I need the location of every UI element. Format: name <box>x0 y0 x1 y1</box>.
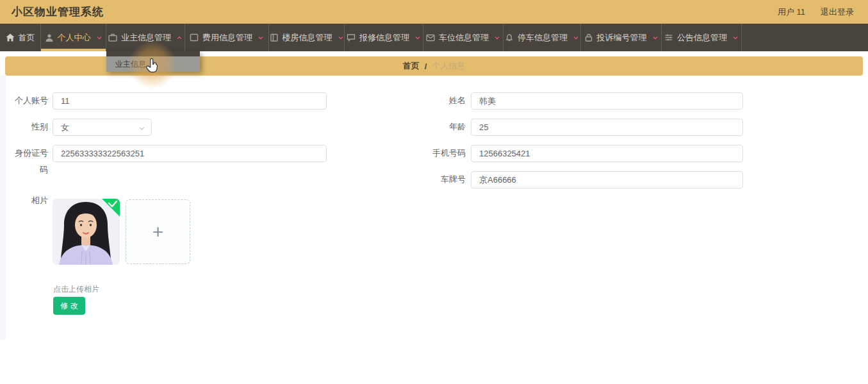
name-input[interactable] <box>471 92 743 110</box>
phone-input[interactable] <box>471 145 743 162</box>
user-menu[interactable]: 用户 11 <box>778 6 805 18</box>
nav-item-repair-info[interactable]: 报修信息管理 <box>345 24 423 51</box>
id-number-input[interactable] <box>53 145 327 162</box>
nav-label: 首页 <box>19 32 35 44</box>
chevron-down-icon <box>138 124 145 134</box>
user-icon <box>45 33 54 42</box>
chevron-down-icon <box>573 35 579 41</box>
card-icon <box>190 33 199 42</box>
gender-select[interactable]: 女 <box>53 119 152 136</box>
chat-icon <box>347 33 356 42</box>
book-icon <box>270 33 279 42</box>
breadcrumb-separator: / <box>425 62 427 71</box>
profile-photo[interactable] <box>53 199 120 265</box>
gender-selected-value: 女 <box>61 122 69 133</box>
sliders-icon <box>664 33 673 42</box>
nav-item-notice-info[interactable]: 公告信息管理 <box>662 24 742 51</box>
account-label: 个人账号 <box>13 92 48 109</box>
app-header: 小区物业管理系统 用户 11 退出登录 <box>0 0 868 24</box>
nav-item-personal-center[interactable]: 个人中心 <box>41 24 106 51</box>
age-label: 年龄 <box>430 119 466 135</box>
chevron-down-icon <box>652 35 659 41</box>
chevron-down-icon <box>494 35 500 41</box>
main-nav: 首页 个人中心 业主信息管理 费用信息管理 <box>0 24 868 51</box>
nav-item-home[interactable]: 首页 <box>0 24 41 51</box>
phone-label: 手机号码 <box>426 145 466 162</box>
bell-icon <box>505 33 514 42</box>
nav-item-complaint-info[interactable]: 投诉编号管理 <box>581 24 662 51</box>
nav-label: 停车信息管理 <box>518 32 568 44</box>
age-input[interactable] <box>471 119 743 136</box>
nav-item-fee-info[interactable]: 费用信息管理 <box>185 24 269 51</box>
mail-icon <box>426 34 435 42</box>
chevron-down-icon <box>96 35 102 41</box>
name-label: 姓名 <box>430 92 466 109</box>
nav-label: 楼房信息管理 <box>283 32 332 44</box>
photo-label: 相片 <box>13 196 48 206</box>
home-icon <box>6 33 15 42</box>
id-number-label: 身份证号 码 <box>13 145 48 178</box>
header-user-area: 用户 11 退出登录 <box>778 0 854 24</box>
nav-item-parking-info[interactable]: 停车信息管理 <box>504 24 581 51</box>
nav-label: 公告信息管理 <box>677 32 727 44</box>
app-root: 小区物业管理系统 用户 11 退出登录 首页 个人中心 业主 <box>0 0 868 384</box>
nav-label: 投诉编号管理 <box>597 32 647 44</box>
owner-info-dropdown: 业主信息 <box>106 51 200 72</box>
dropdown-item-owner-info[interactable]: 业主信息 <box>106 56 200 72</box>
app-title: 小区物业管理系统 <box>12 4 104 19</box>
account-input[interactable] <box>53 92 327 110</box>
nav-item-parking-space-info[interactable]: 车位信息管理 <box>423 24 504 51</box>
nav-item-building-info[interactable]: 楼房信息管理 <box>269 24 345 51</box>
lock-icon <box>584 33 593 42</box>
nav-item-owner-info[interactable]: 业主信息管理 <box>106 24 185 51</box>
plate-input[interactable] <box>471 171 743 188</box>
plus-icon: + <box>152 222 164 242</box>
chevron-down-icon <box>732 35 739 41</box>
logout-button[interactable]: 退出登录 <box>821 6 854 18</box>
photo-upload-button[interactable]: + <box>126 199 190 264</box>
gender-label: 性别 <box>13 119 48 135</box>
upload-hint: 点击上传相片 <box>53 284 99 295</box>
breadcrumb-current: 个人信息 <box>432 60 465 72</box>
nav-label: 个人中心 <box>58 32 91 44</box>
profile-form: 个人账号 姓名 性别 女 年龄 身份证号 码 手机号码 车牌号 相片 <box>0 76 868 384</box>
briefcase-icon <box>108 33 117 42</box>
chevron-up-icon <box>176 35 183 41</box>
nav-label: 报修信息管理 <box>359 32 409 44</box>
chevron-down-icon <box>258 35 264 41</box>
chevron-down-icon <box>414 35 421 41</box>
modify-button[interactable]: 修 改 <box>53 297 85 315</box>
nav-label: 车位信息管理 <box>439 32 489 44</box>
plate-label: 车牌号 <box>430 171 466 188</box>
nav-label: 业主信息管理 <box>121 32 171 44</box>
nav-label: 费用信息管理 <box>202 32 252 44</box>
breadcrumb-home[interactable]: 首页 <box>403 60 420 72</box>
chevron-down-icon <box>338 35 344 41</box>
